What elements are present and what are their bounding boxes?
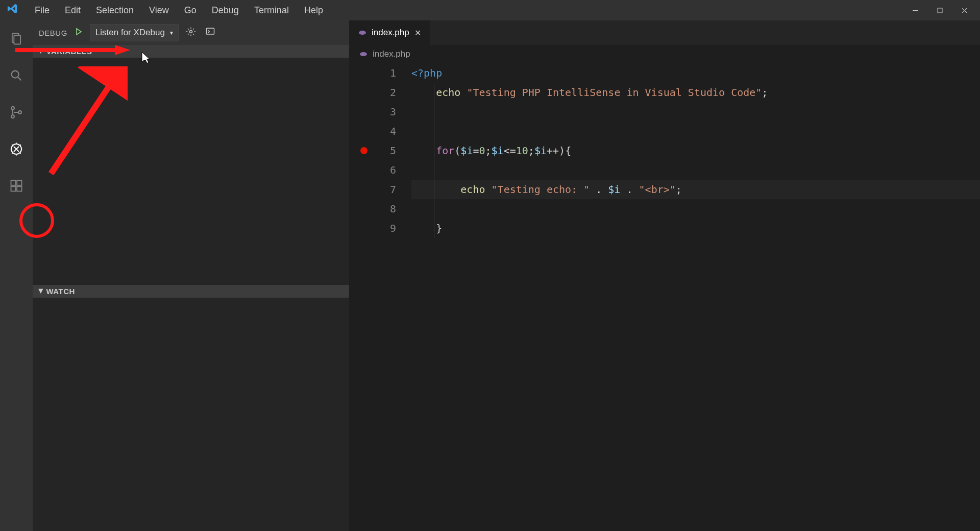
svg-rect-3 [14, 35, 20, 44]
svg-point-16 [360, 52, 367, 56]
menu-file[interactable]: File [28, 2, 57, 19]
debug-toolbar: DEBUG Listen for XDebug [33, 20, 349, 45]
extensions-icon[interactable] [8, 178, 24, 194]
debug-config-select[interactable]: Listen for XDebug [90, 24, 179, 41]
debug-sidebar: DEBUG Listen for XDebug ▶ VARIABLES [33, 20, 349, 531]
svg-rect-1 [938, 8, 942, 13]
editor-area: index.php ✕ index.php 1 2 3 4 5 6 7 8 [349, 20, 980, 531]
line-number: 9 [376, 219, 396, 238]
line-number: 3 [376, 102, 396, 122]
close-button[interactable] [952, 2, 976, 18]
svg-rect-10 [17, 181, 21, 185]
debug-console-button[interactable] [203, 25, 217, 41]
source-control-icon[interactable] [8, 104, 24, 120]
menu-bar: File Edit Selection View Go Debug Termin… [28, 2, 330, 19]
maximize-button[interactable] [928, 2, 951, 18]
line-number-gutter: 1 2 3 4 5 6 7 8 9 [376, 63, 406, 531]
svg-point-7 [18, 111, 21, 114]
editor-tabs: index.php ✕ [349, 20, 980, 45]
line-number: 7 [376, 180, 396, 199]
chevron-down-icon: ▶ [38, 289, 44, 294]
watch-section-header[interactable]: ▶ WATCH [33, 285, 349, 298]
vscode-logo-icon [7, 3, 18, 17]
line-number: 6 [376, 160, 396, 180]
breakpoint-icon[interactable] [360, 147, 368, 154]
svg-point-15 [359, 31, 366, 35]
watch-label: WATCH [46, 287, 75, 296]
watch-section-body [33, 298, 349, 531]
svg-point-13 [189, 31, 192, 33]
svg-rect-9 [11, 181, 16, 185]
annotation-circle [19, 203, 54, 238]
menu-help[interactable]: Help [297, 2, 330, 19]
debug-icon[interactable] [8, 141, 24, 157]
menu-go[interactable]: Go [177, 2, 204, 19]
debug-config-label: Listen for XDebug [95, 28, 165, 38]
code-content[interactable]: <?php echo "Testing PHP IntelliSense in … [406, 63, 980, 531]
svg-point-5 [11, 107, 14, 110]
tab-index-php[interactable]: index.php ✕ [349, 20, 430, 45]
svg-rect-14 [206, 28, 214, 34]
variables-label: VARIABLES [46, 47, 92, 56]
menu-debug[interactable]: Debug [205, 2, 246, 19]
menu-edit[interactable]: Edit [58, 2, 88, 19]
glyph-margin[interactable] [349, 63, 376, 531]
breadcrumb[interactable]: index.php [349, 45, 980, 63]
debug-settings-button[interactable] [184, 25, 198, 41]
minimize-button[interactable] [903, 2, 927, 18]
code-editor[interactable]: 1 2 3 4 5 6 7 8 9 <?php echo "Testing PH… [349, 63, 980, 531]
breadcrumb-file: index.php [373, 49, 410, 59]
activity-bar [0, 20, 33, 531]
line-number: 5 [376, 141, 396, 160]
php-file-icon [359, 50, 368, 59]
variables-section-header[interactable]: ▶ VARIABLES [33, 45, 349, 58]
svg-rect-11 [11, 186, 16, 191]
window-controls [903, 2, 976, 18]
tab-label: index.php [372, 28, 409, 38]
debug-title: DEBUG [39, 29, 67, 37]
menu-view[interactable]: View [142, 2, 176, 19]
title-bar: File Edit Selection View Go Debug Termin… [0, 0, 980, 20]
chevron-down-icon: ▶ [38, 49, 44, 54]
svg-rect-12 [17, 186, 21, 191]
explorer-icon[interactable] [8, 31, 24, 47]
menu-terminal[interactable]: Terminal [247, 2, 296, 19]
close-icon[interactable]: ✕ [414, 28, 421, 38]
svg-point-6 [11, 115, 14, 118]
start-debug-button[interactable] [72, 28, 85, 38]
line-number: 1 [376, 63, 396, 83]
line-number: 8 [376, 199, 396, 219]
menu-selection[interactable]: Selection [89, 2, 141, 19]
line-number: 4 [376, 122, 396, 141]
line-number: 2 [376, 83, 396, 102]
svg-rect-0 [913, 10, 918, 11]
svg-point-4 [12, 71, 19, 78]
search-icon[interactable] [8, 67, 24, 84]
variables-section-body [33, 58, 349, 285]
php-file-icon [358, 29, 366, 37]
